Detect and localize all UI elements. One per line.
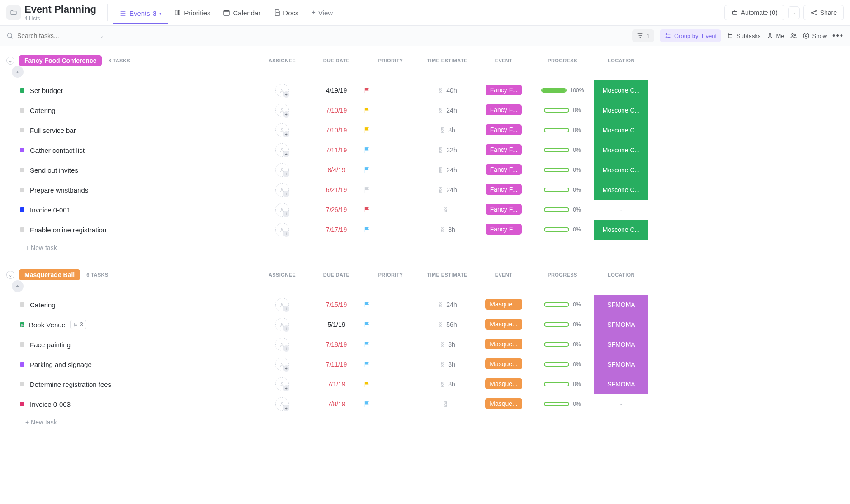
subtasks-toggle[interactable]: Subtasks xyxy=(727,32,760,39)
task-row[interactable]: Parking and signage 7/11/19 8h Masque...… xyxy=(0,354,850,374)
collapse-toggle[interactable]: ⌄ xyxy=(6,57,14,65)
due-date-cell[interactable]: 7/17/19 xyxy=(309,226,364,233)
time-estimate-cell[interactable]: 8h xyxy=(418,361,477,368)
event-cell[interactable]: Fancy F... xyxy=(477,85,531,97)
assignee-cell[interactable] xyxy=(255,203,309,217)
task-name[interactable]: Catering xyxy=(24,301,255,309)
due-date-cell[interactable]: 7/26/19 xyxy=(309,206,364,213)
due-date-cell[interactable]: 7/10/19 xyxy=(309,107,364,114)
time-estimate-cell[interactable]: 32h xyxy=(418,146,477,154)
priority-cell[interactable] xyxy=(364,361,418,368)
progress-cell[interactable]: 0% xyxy=(531,381,594,387)
column-header[interactable]: LOCATION xyxy=(594,272,648,278)
status-square[interactable] xyxy=(20,362,24,367)
priority-cell[interactable] xyxy=(364,186,418,193)
priority-cell[interactable] xyxy=(364,127,418,134)
due-date-cell[interactable]: 7/11/19 xyxy=(309,146,364,154)
event-cell[interactable]: Masque... xyxy=(477,319,531,331)
assignee-cell[interactable] xyxy=(255,318,309,331)
status-square[interactable] xyxy=(20,148,24,152)
new-task-button[interactable]: + New task xyxy=(0,414,850,430)
priority-cell[interactable] xyxy=(364,301,418,308)
task-row[interactable]: Send out invites 6/4/19 24h Fancy F... 0… xyxy=(0,160,850,180)
status-square[interactable] xyxy=(20,188,24,192)
event-cell[interactable]: Fancy F... xyxy=(477,124,531,137)
more-menu[interactable]: ••• xyxy=(832,31,844,41)
task-row[interactable]: Full service bar 7/10/19 8h Fancy F... 0… xyxy=(0,120,850,140)
filter-chip[interactable]: 1 xyxy=(632,29,654,42)
event-cell[interactable]: Fancy F... xyxy=(477,104,531,117)
event-cell[interactable]: Fancy F... xyxy=(477,144,531,156)
show-toggle[interactable]: Show xyxy=(803,32,827,39)
status-square[interactable] xyxy=(20,168,24,172)
automate-dropdown[interactable]: ⌄ xyxy=(788,6,800,19)
task-row[interactable]: Gather contact list 7/11/19 32h Fancy F.… xyxy=(0,140,850,160)
status-square[interactable] xyxy=(20,227,24,232)
automate-button[interactable]: Automate (0) xyxy=(724,5,784,20)
event-cell[interactable]: Masque... xyxy=(477,299,531,311)
location-cell[interactable]: Moscone C... xyxy=(594,100,648,120)
search-input[interactable] xyxy=(17,32,96,39)
priority-cell[interactable] xyxy=(364,87,418,94)
location-cell[interactable]: SFMOMA xyxy=(594,374,648,394)
time-estimate-cell[interactable]: 8h xyxy=(418,226,477,233)
task-name[interactable]: Invoice 0-003 xyxy=(24,400,255,408)
assignee-cell[interactable] xyxy=(255,298,309,311)
status-square[interactable] xyxy=(20,382,24,386)
status-square[interactable] xyxy=(20,402,24,406)
task-name[interactable]: Enable online registration xyxy=(24,226,255,234)
assignee-cell[interactable] xyxy=(255,377,309,391)
assignee-cell[interactable] xyxy=(255,143,309,157)
location-cell[interactable]: - xyxy=(594,400,648,408)
time-estimate-cell[interactable]: 8h xyxy=(418,127,477,134)
expand-caret[interactable]: ▶ xyxy=(21,322,24,327)
subtask-badge[interactable]: 3 xyxy=(70,320,86,329)
priority-cell[interactable] xyxy=(364,226,418,233)
column-header[interactable]: PROGRESS xyxy=(531,58,594,63)
tab-docs[interactable]: Docs xyxy=(267,5,305,21)
due-date-cell[interactable]: 6/4/19 xyxy=(309,166,364,174)
groupby-chip[interactable]: Group by: Event xyxy=(660,29,721,42)
location-cell[interactable]: Moscone C... xyxy=(594,140,648,160)
assignee-cell[interactable] xyxy=(255,183,309,197)
new-task-button[interactable]: + New task xyxy=(0,240,850,256)
location-cell[interactable]: SFMOMA xyxy=(594,334,648,354)
due-date-cell[interactable]: 6/21/19 xyxy=(309,186,364,193)
task-row[interactable]: Catering 7/15/19 24h Masque... 0% SFMOMA xyxy=(0,295,850,315)
event-cell[interactable]: Masque... xyxy=(477,358,531,371)
status-square[interactable] xyxy=(20,342,24,347)
column-header[interactable]: PROGRESS xyxy=(531,272,594,278)
assignee-cell[interactable] xyxy=(255,338,309,351)
progress-cell[interactable]: 0% xyxy=(531,401,594,407)
column-header[interactable]: EVENT xyxy=(477,272,531,278)
due-date-cell[interactable]: 4/19/19 xyxy=(309,87,364,94)
event-cell[interactable]: Fancy F... xyxy=(477,184,531,196)
task-row[interactable]: Enable online registration 7/17/19 8h Fa… xyxy=(0,220,850,240)
column-header[interactable]: ASSIGNEE xyxy=(255,272,309,278)
priority-cell[interactable] xyxy=(364,166,418,174)
add-column-button[interactable]: + xyxy=(12,280,24,292)
assignee-cell[interactable] xyxy=(255,104,309,117)
event-cell[interactable]: Fancy F... xyxy=(477,224,531,236)
priority-cell[interactable] xyxy=(364,206,418,213)
column-header[interactable]: EVENT xyxy=(477,58,531,63)
task-name[interactable]: Gather contact list xyxy=(24,146,255,154)
progress-cell[interactable]: 0% xyxy=(531,301,594,308)
assignee-cell[interactable] xyxy=(255,223,309,236)
progress-cell[interactable]: 0% xyxy=(531,167,594,173)
location-cell[interactable]: SFMOMA xyxy=(594,315,648,334)
status-square[interactable] xyxy=(20,128,24,132)
due-date-cell[interactable]: 7/11/19 xyxy=(309,361,364,368)
task-row[interactable]: Prepare wristbands 6/21/19 24h Fancy F..… xyxy=(0,180,850,200)
task-name[interactable]: Determine registration fees xyxy=(24,381,255,388)
location-cell[interactable]: SFMOMA xyxy=(594,295,648,315)
share-button[interactable]: Share xyxy=(803,5,844,20)
status-square[interactable] xyxy=(20,108,24,113)
progress-cell[interactable]: 0% xyxy=(531,207,594,213)
me-filter[interactable]: Me xyxy=(766,32,784,39)
task-name[interactable]: Prepare wristbands xyxy=(24,186,255,194)
status-square[interactable] xyxy=(20,302,24,307)
column-header[interactable]: PRIORITY xyxy=(364,272,418,278)
assignees-filter[interactable] xyxy=(790,32,797,39)
task-row[interactable]: ▶ Book Venue 3 5/1/19 56h Masque... 0% S… xyxy=(0,315,850,334)
